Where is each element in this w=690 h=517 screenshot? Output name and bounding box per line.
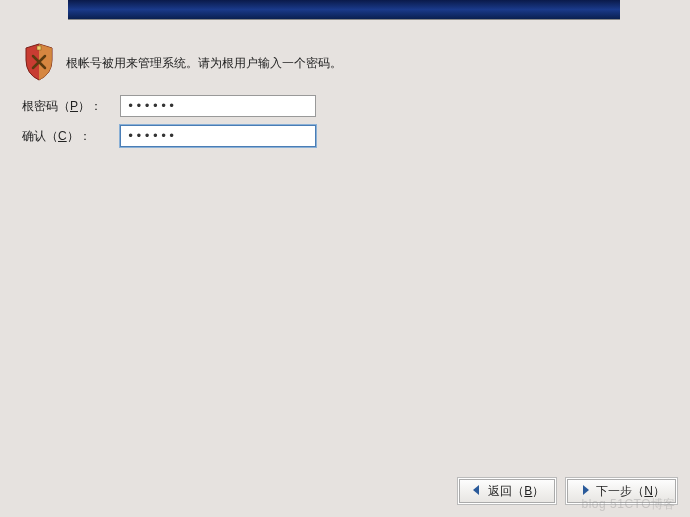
password-row: 根密码（P）： <box>22 95 316 117</box>
root-password-form: 根密码（P）： 确认（C）： <box>22 95 316 155</box>
confirm-input[interactable] <box>120 125 316 147</box>
confirm-label: 确认（C）： <box>22 128 120 145</box>
back-button[interactable]: 返回（B） <box>459 479 555 503</box>
password-label: 根密码（P）： <box>22 98 120 115</box>
instruction-text: 根帐号被用来管理系统。请为根用户输入一个密码。 <box>66 53 342 72</box>
header-banner <box>68 0 620 20</box>
shield-icon <box>22 42 56 82</box>
svg-rect-0 <box>37 46 41 50</box>
instruction-section: 根帐号被用来管理系统。请为根用户输入一个密码。 <box>22 42 342 82</box>
arrow-right-icon <box>578 483 592 500</box>
confirm-row: 确认（C）： <box>22 125 316 147</box>
arrow-left-icon <box>470 483 484 500</box>
next-button[interactable]: 下一步（N） <box>567 479 676 503</box>
password-input[interactable] <box>120 95 316 117</box>
button-bar: 返回（B） 下一步（N） <box>457 477 678 505</box>
